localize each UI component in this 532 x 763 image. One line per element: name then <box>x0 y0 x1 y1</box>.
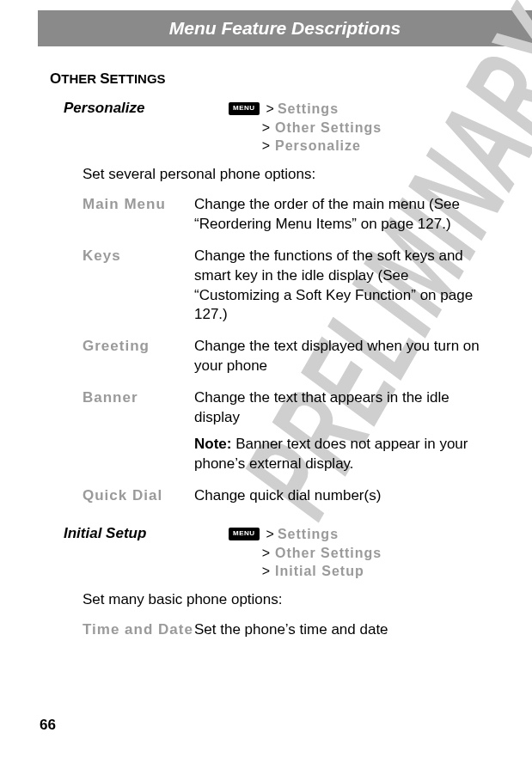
nav-step: Settings <box>278 100 339 119</box>
page-header: Menu Feature Descriptions <box>38 10 532 46</box>
entry-header: Initial Setup MENU > Settings > Other Se… <box>50 525 480 581</box>
section-heading: OTHER SETTINGS <box>50 70 480 88</box>
page-number: 66 <box>40 717 56 734</box>
note-label: Note: <box>194 436 231 452</box>
chevron-right-icon: > <box>263 100 278 119</box>
option-desc: Change the text displayed when you turn … <box>194 337 480 376</box>
nav-step: Settings <box>278 525 339 544</box>
menu-chip-icon: MENU <box>229 102 260 115</box>
chevron-right-icon: > <box>229 544 275 563</box>
chevron-right-icon: > <box>229 119 275 137</box>
entry-header: Personalize MENU > Settings > Other Sett… <box>50 100 480 156</box>
option-label: Main Menu <box>83 195 194 235</box>
entry-intro: Set several personal phone options: <box>50 157 480 192</box>
option-desc: Set the phone’s time and date <box>194 620 480 640</box>
option-desc: Change quick dial number(s) <box>194 486 480 506</box>
nav-step: Other Settings <box>275 544 382 563</box>
option-row: Keys Change the functions of the soft ke… <box>50 243 480 334</box>
entry-personalize: Personalize MENU > Settings > Other Sett… <box>50 100 480 515</box>
entry-intro: Set many basic phone options: <box>50 583 480 617</box>
option-row: Greeting Change the text displayed when … <box>50 333 480 385</box>
option-label: Banner <box>83 388 194 474</box>
entry-initial-setup: Initial Setup MENU > Settings > Other Se… <box>50 525 480 649</box>
nav-row-1: > Other Settings <box>229 119 480 137</box>
option-row: Banner Change the text that appears in t… <box>50 385 480 483</box>
option-desc: Change the order of the main menu (See “… <box>194 195 480 235</box>
nav-row-0: MENU > Settings <box>229 525 480 544</box>
nav-path: MENU > Settings > Other Settings > Perso… <box>229 100 480 156</box>
option-label: Time and Date <box>83 620 194 640</box>
chevron-right-icon: > <box>263 525 278 544</box>
section-heading-rest1: THER <box>61 71 100 86</box>
option-row: Main Menu Change the order of the main m… <box>50 192 480 243</box>
section-heading-cap: O <box>50 70 61 87</box>
option-note: Note: Banner text does not appear in you… <box>194 435 480 474</box>
option-desc-text: Change the text that appears in the idle… <box>194 388 480 428</box>
chevron-right-icon: > <box>229 562 275 581</box>
nav-row-2: > Personalize <box>229 137 480 156</box>
option-desc: Change the functions of the soft keys an… <box>194 247 480 326</box>
nav-row-2: > Initial Setup <box>229 562 480 581</box>
option-desc: Change the text that appears in the idle… <box>194 388 480 474</box>
option-label: Quick Dial <box>83 486 194 506</box>
nav-row-0: MENU > Settings <box>229 100 480 119</box>
section-heading-rest2: ETTINGS <box>110 71 166 86</box>
nav-path: MENU > Settings > Other Settings > Initi… <box>229 525 480 581</box>
option-label: Greeting <box>83 337 194 376</box>
nav-row-1: > Other Settings <box>229 544 480 563</box>
entry-title: Initial Setup <box>50 525 229 542</box>
entry-title: Personalize <box>50 100 229 117</box>
page-header-title: Menu Feature Descriptions <box>169 18 401 38</box>
section-heading-cap2: S <box>100 70 109 87</box>
note-text: Banner text does not appear in your phon… <box>194 436 468 472</box>
option-row: Time and Date Set the phone’s time and d… <box>50 617 480 649</box>
chevron-right-icon: > <box>229 137 275 156</box>
menu-chip-icon: MENU <box>229 528 260 540</box>
nav-step: Personalize <box>275 137 361 156</box>
option-row: Quick Dial Change quick dial number(s) <box>50 483 480 515</box>
nav-step: Initial Setup <box>275 562 364 581</box>
option-label: Keys <box>83 247 194 326</box>
content-area: OTHER SETTINGS Personalize MENU > Settin… <box>0 46 532 649</box>
nav-step: Other Settings <box>275 119 382 137</box>
